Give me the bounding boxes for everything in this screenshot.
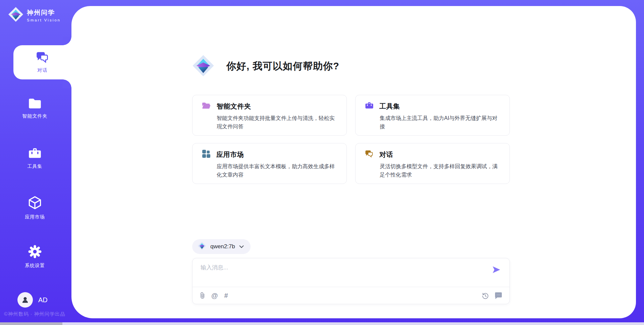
model-selector[interactable]: qwen2:7b (192, 239, 251, 254)
tab-curve-top (63, 37, 71, 45)
chevron-down-icon (239, 244, 244, 250)
send-button[interactable] (491, 265, 501, 275)
folder-open-icon (202, 102, 211, 111)
app-window: 神州问学 Smart Vision 对话 智能文件夹 (0, 0, 644, 325)
card-toolset[interactable]: 工具集 集成市场上主流工具，助力AI与外界无缝扩展与对接 (355, 95, 510, 136)
sidebar-item-label: 智能文件夹 (22, 113, 48, 119)
sidebar: 神州问学 Smart Vision 对话 智能文件夹 (0, 0, 71, 325)
hashtag-icon: # (224, 292, 228, 300)
sidebar-item-chat[interactable]: 对话 (13, 45, 71, 79)
hashtag-button[interactable]: # (224, 291, 228, 300)
brand-name: 神州问学 (27, 8, 61, 17)
sidebar-item-smart-folder[interactable]: 智能文件夹 (0, 98, 70, 119)
card-chat[interactable]: 对话 灵活切换多模型文件，支持多样回复效果调试，满足个性化需求 (355, 143, 510, 184)
attachment-button[interactable] (200, 291, 205, 300)
card-description: 集成市场上主流工具，助力AI与外界无缝扩展与对接 (380, 114, 502, 131)
sidebar-item-app-market[interactable]: 应用市场 (0, 196, 70, 220)
mention-button[interactable]: @ (211, 291, 218, 300)
gear-icon (28, 245, 42, 260)
brand-diamond-icon (192, 55, 214, 78)
avatar (17, 292, 33, 308)
sidebar-item-toolset[interactable]: 工具集 (0, 147, 70, 170)
model-name: qwen2:7b (210, 243, 235, 250)
sidebar-item-label: 对话 (38, 67, 48, 73)
brand-diamond-icon (198, 242, 206, 252)
scrollbar-thumb[interactable] (0, 322, 62, 325)
folder-icon (28, 98, 42, 110)
card-title: 智能文件夹 (217, 102, 251, 111)
horizontal-scrollbar[interactable] (0, 322, 644, 325)
card-description: 智能文件夹功能支持批量文件上传与清洗，轻松实现文件问答 (217, 114, 339, 131)
card-description: 灵活切换多模型文件，支持多样回复效果调试，满足个性化需求 (380, 162, 502, 179)
brand-diamond-icon (8, 7, 23, 23)
attachment-icon (200, 291, 205, 300)
card-title: 应用市场 (216, 150, 244, 159)
feature-cards: 智能文件夹 智能文件夹功能支持批量文件上传与清洗，轻松实现文件问答 工具集 (192, 95, 510, 184)
card-smart-folder[interactable]: 智能文件夹 智能文件夹功能支持批量文件上传与清洗，轻松实现文件问答 (192, 95, 347, 136)
greeting: 你好, 我可以如何帮助你? (192, 55, 339, 78)
message-composer: @ # (192, 258, 510, 304)
main-content: 你好, 我可以如何帮助你? 智能文件夹 智能文件夹功能支持批量文件上传与清洗，轻… (71, 6, 636, 318)
copyright-text: ©神州数码 · 神州问学出品 (4, 311, 65, 317)
sidebar-item-label: 系统设置 (25, 263, 45, 269)
chat-icon (365, 150, 374, 159)
mention-icon: @ (211, 292, 218, 300)
brand-subtitle: Smart Vision (27, 18, 61, 22)
card-app-market[interactable]: 应用市场 应用市场提供丰富长文本模板，助力高效生成多样化文章内容 (192, 143, 347, 184)
cube-icon (28, 196, 42, 211)
tab-curve-bottom (63, 79, 71, 88)
composer-divider (193, 287, 509, 287)
sidebar-item-label: 应用市场 (25, 214, 45, 220)
chat-icon (36, 51, 49, 65)
user-initials: AD (38, 296, 48, 304)
sidebar-item-label: 工具集 (28, 164, 43, 170)
feedback-icon (494, 292, 502, 299)
briefcase-icon (28, 147, 42, 160)
greeting-title: 你好, 我可以如何帮助你? (226, 60, 339, 73)
user-profile[interactable]: AD (17, 292, 48, 308)
feedback-button[interactable] (494, 291, 502, 300)
grid-icon (202, 149, 211, 159)
message-input[interactable] (201, 264, 482, 284)
history-icon (481, 292, 489, 300)
history-button[interactable] (481, 291, 489, 300)
card-title: 工具集 (379, 102, 400, 111)
briefcase-icon (365, 102, 374, 111)
brand-logo: 神州问学 Smart Vision (8, 7, 61, 23)
card-description: 应用市场提供丰富长文本模板，助力高效生成多样化文章内容 (217, 162, 339, 179)
card-title: 对话 (379, 150, 393, 159)
sidebar-item-settings[interactable]: 系统设置 (0, 245, 70, 269)
